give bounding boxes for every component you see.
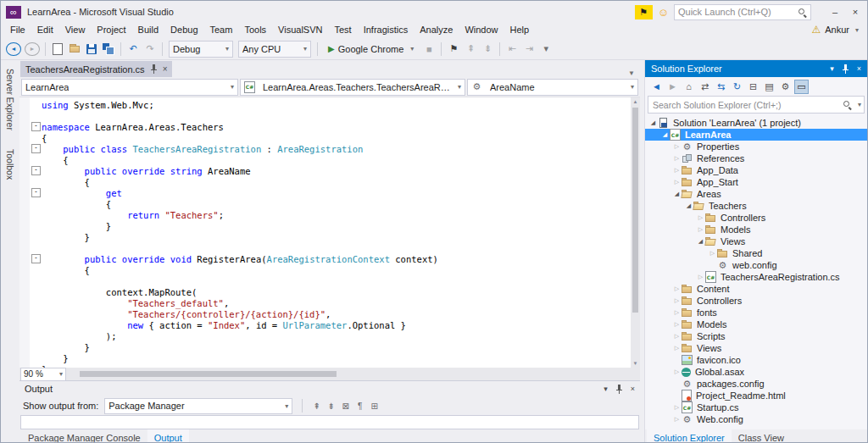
menu-item-edit[interactable]: Edit [31,23,59,36]
active-files-dropdown[interactable]: ▼ [628,69,635,77]
window-position-icon[interactable]: ▾ [604,385,608,393]
chevron-collapsed-icon[interactable]: ▷ [672,285,682,292]
tree-item-teachers[interactable]: ◢Teachers [645,200,867,212]
tree-item-favicon-ico[interactable]: favicon.ico [645,354,867,366]
tree-item-project-readme-html[interactable]: Project_Readme.html [645,390,867,401]
warning-icon[interactable]: ⚠ [811,24,821,36]
menu-item-help[interactable]: Help [504,23,536,36]
tree-item-controllers[interactable]: ▷Controllers [645,212,867,224]
tree-item-properties[interactable]: ▷⚙Properties [645,141,867,152]
chevron-collapsed-icon[interactable]: ▷ [672,155,682,162]
chevron-collapsed-icon[interactable]: ▷ [672,368,682,375]
fold-collapse-icon[interactable]: - [31,122,41,131]
chevron-collapsed-icon[interactable]: ▷ [672,321,682,328]
tree-item-views[interactable]: ▷Views [645,342,867,354]
code-editor[interactable]: using System.Web.Mvc;-namespace LearnAre… [19,97,631,368]
chevron-expanded-icon[interactable]: ◢ [660,131,670,138]
tab-teachersarearegistration-cs[interactable]: TeachersAreaRegistration.cs × [20,61,172,77]
output-content[interactable] [20,415,639,429]
search-input[interactable] [651,99,840,111]
chevron-collapsed-icon[interactable]: ▷ [672,143,682,150]
fold-collapse-icon[interactable]: - [31,166,41,175]
search-icon[interactable] [843,100,852,109]
indent-icon[interactable]: ⇥ [522,42,536,56]
undo-icon[interactable]: ↶ [126,42,140,56]
output-settings-icon[interactable]: ⊞ [367,399,381,413]
window-position-icon[interactable]: ▾ [830,64,834,73]
tree-item-teachersarearegistration-cs[interactable]: ▷C#TeachersAreaRegistration.cs [645,271,867,283]
pin-icon[interactable] [615,385,623,394]
show-all-files-icon[interactable]: ▤ [762,80,776,94]
chevron-collapsed-icon[interactable]: ▷ [672,416,682,423]
tab-output[interactable]: Output [147,429,189,443]
scroll-up-icon[interactable]: ▲ [633,97,638,106]
chevron-collapsed-icon[interactable]: ▷ [696,226,705,233]
menu-item-view[interactable]: View [59,23,92,36]
preview-selected-items-icon[interactable]: ▭ [794,80,809,94]
project-dropdown[interactable]: LearnArea ▾ [21,79,238,96]
menu-item-window[interactable]: Window [459,23,504,36]
chevron-expanded-icon[interactable]: ◢ [696,238,705,245]
tree-item-startup-cs[interactable]: ▷C#Startup.cs [645,401,867,413]
menu-item-visualsvn[interactable]: VisualSVN [272,23,328,36]
chevron-collapsed-icon[interactable]: ▷ [672,297,682,304]
scrollbar-thumb[interactable] [80,371,337,377]
chevron-collapsed-icon[interactable]: ▷ [672,309,682,316]
stop-icon[interactable]: ■ [422,42,436,56]
clear-all-icon[interactable]: ⊠ [338,399,353,413]
navigate-forward-icon[interactable]: ► [25,42,40,56]
collapse-all-icon[interactable]: ⊟ [746,80,760,94]
solution-configurations-dropdown[interactable]: Debug▾ [169,41,233,58]
fold-collapse-icon[interactable]: - [31,254,41,263]
fold-collapse-icon[interactable]: - [31,144,41,153]
menu-item-project[interactable]: Project [91,23,131,36]
forward-icon[interactable]: ► [665,80,680,94]
solution-platforms-dropdown[interactable]: Any CPU▾ [238,41,311,58]
tab-package-manager-console[interactable]: Package Manager Console [21,429,147,443]
tree-item-content[interactable]: ▷Content [645,283,867,295]
close-icon[interactable]: × [631,385,635,393]
tree-item-views[interactable]: ◢Views [645,235,867,247]
zoom-dropdown[interactable]: 90 % ▾ [20,368,66,381]
close-icon[interactable]: × [857,64,861,73]
outdent-icon[interactable]: ⇤ [505,42,519,56]
fold-collapse-icon[interactable]: - [31,188,41,197]
rail-tab-toolbox[interactable]: Toolbox [5,144,15,185]
tree-item-models[interactable]: ▷Models [645,224,867,235]
tree-item-web-config[interactable]: ⚙web.config [645,259,867,271]
chevron-collapsed-icon[interactable]: ▷ [672,404,682,411]
type-dropdown[interactable]: C# LearnArea.Areas.Teachers.TeachersArea… [240,79,465,96]
pin-icon[interactable] [842,64,849,74]
close-button[interactable]: × [845,5,865,19]
chevron-collapsed-icon[interactable]: ▷ [672,179,682,186]
sync-with-active-document-icon[interactable]: ⇆ [714,80,728,94]
refresh-icon[interactable]: ↻ [730,80,744,94]
previous-bookmark-icon[interactable]: ⇞ [464,42,477,56]
rail-tab-server-explorer[interactable]: Server Explorer [5,64,15,136]
menu-item-team[interactable]: Team [204,23,239,36]
pin-icon[interactable] [150,64,158,74]
menu-item-build[interactable]: Build [132,23,164,36]
save-all-icon[interactable] [102,42,115,56]
toggle-word-wrap-icon[interactable]: ¶ [353,399,367,413]
vertical-scrollbar[interactable]: ▲ ▼ [631,97,640,368]
redo-icon[interactable]: ↷ [143,42,157,56]
toolbar-options-icon[interactable]: ▾ [539,42,553,56]
tab-class-view[interactable]: Class View [732,429,791,443]
chevron-expanded-icon[interactable]: ◢ [648,119,658,126]
open-file-icon[interactable] [68,42,81,56]
menu-item-infragistics[interactable]: Infragistics [358,23,415,36]
tree-item-controllers[interactable]: ▷Controllers [645,295,867,307]
tree-item-app-start[interactable]: ▷App_Start [645,176,867,188]
tree-item-shared[interactable]: ▷Shared [645,247,867,259]
previous-message-icon[interactable]: ⇞ [309,399,324,413]
bookmark-flag-icon[interactable]: ⚑ [447,42,460,56]
tree-item-solution-learnarea-1-project[interactable]: ◢Solution 'LearnArea' (1 project) [645,117,867,129]
tree-item-areas[interactable]: ◢Areas [645,188,867,200]
quick-launch-input[interactable]: Quick Launch (Ctrl+Q) [674,4,811,20]
tree-item-scripts[interactable]: ▷Scripts [645,330,867,342]
tree-item-web-config[interactable]: ▷⚙Web.config [645,413,867,425]
scroll-down-icon[interactable]: ▼ [633,359,638,368]
chevron-collapsed-icon[interactable]: ▷ [708,250,717,257]
chevron-expanded-icon[interactable]: ◢ [684,202,693,209]
